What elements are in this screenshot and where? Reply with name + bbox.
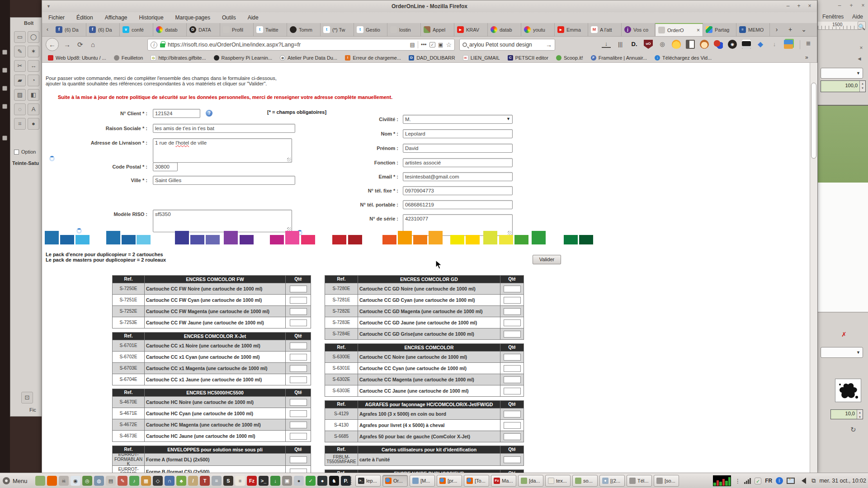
tab-gestio[interactable]: tGestio [354, 23, 387, 36]
launcher-sublime[interactable]: S [223, 476, 233, 486]
site-info-icon[interactable]: i [151, 42, 157, 48]
qty-input[interactable] [504, 297, 521, 304]
qty-input[interactable] [504, 286, 521, 292]
tab-overflow-icon[interactable]: › [770, 23, 783, 36]
tab-memo[interactable]: ≡MEMO [736, 23, 770, 36]
launcher-terminal[interactable]: >_ [259, 476, 269, 486]
qty-input[interactable] [504, 433, 521, 440]
reader-mode-icon[interactable]: ▤ [410, 42, 415, 48]
dock-icon[interactable] [2, 68, 7, 73]
scrollbar-thumb[interactable] [811, 83, 816, 159]
launcher-box[interactable] [35, 476, 45, 486]
tab-list-dropdown-icon[interactable]: ⌄ [797, 23, 811, 36]
launcher-updater[interactable]: ↓ [270, 476, 280, 486]
gimp-dialog-close-icon[interactable]: × [858, 45, 865, 52]
bookmark-dad_dolibarr[interactable]: DDAD_DOLIBARR [409, 55, 455, 61]
screenshot-squares-icon[interactable] [784, 40, 793, 49]
tab-data[interactable]: DDATA [187, 23, 220, 36]
qty-input[interactable] [504, 308, 521, 315]
taskbar-window-or[interactable]: Or... [382, 475, 408, 487]
search-input[interactable]: arylou Petot sound design [469, 42, 543, 48]
field-n-client-[interactable]: 121524 [153, 109, 200, 118]
resize-grip-icon[interactable] [287, 158, 291, 162]
field-adresse-de-livraison-[interactable]: 1 rue de l'hotel de ville [153, 138, 292, 163]
tab-close-icon[interactable]: × [697, 27, 700, 33]
shield-check-icon[interactable]: ✓ [429, 42, 436, 47]
launcher-globe[interactable]: ◍ [94, 476, 104, 486]
back-button[interactable]: ← [46, 38, 59, 51]
search-go-icon[interactable]: → [546, 41, 552, 48]
bookmark-t-l-chargez-des-vid-[interactable]: ↓Téléchargez des Vid... [655, 55, 712, 61]
qty-input[interactable] [290, 297, 307, 304]
tab-emma[interactable]: ▶Emma [555, 23, 588, 36]
launcher-skull[interactable]: ☠ [59, 476, 69, 486]
validate-button[interactable]: Valider [533, 255, 561, 264]
gimp-tool-icon[interactable]: ✂ [14, 60, 26, 72]
new-tab-button[interactable]: + [783, 23, 797, 36]
menu-item-historique[interactable]: Historique [139, 14, 164, 21]
gimp-brush-dropdown[interactable]: ▼ [821, 347, 863, 358]
colorzilla-spheres-icon[interactable] [714, 40, 723, 49]
launcher-music[interactable]: ♪ [129, 476, 139, 486]
qty-input[interactable] [290, 308, 307, 315]
taskbar-window-so[interactable]: so... [572, 475, 598, 487]
tab-scroll-left-icon[interactable]: ‹ [42, 23, 53, 36]
taskbar-window-da[interactable]: [da... [518, 475, 543, 487]
keyboard-layout-indicator[interactable]: FR [765, 478, 772, 484]
gimp-menu-fenetres[interactable]: Fenêtres [822, 14, 844, 20]
gimp-close-button[interactable]: × [859, 3, 867, 9]
gimp-refresh-icon[interactable]: ↻ [850, 426, 856, 434]
field-modèle-riso-[interactable]: sf5350 [153, 210, 292, 232]
tab-lostin[interactable]: lostin [387, 23, 421, 36]
launcher-quill[interactable]: / [188, 476, 198, 486]
taskbar-window-lep[interactable]: >_lep... [355, 475, 381, 487]
qty-input[interactable] [504, 422, 521, 429]
forward-button[interactable]: → [64, 41, 71, 48]
tab--6-da[interactable]: f(6) Da [86, 23, 120, 36]
launcher-darkball[interactable]: ● [317, 476, 327, 486]
launcher-unity[interactable]: ◇ [153, 476, 163, 486]
menu-item-affichage[interactable]: Affichage [105, 14, 127, 21]
field-n-tél-portable-[interactable]: 0686861219 [403, 200, 513, 209]
sidebar-toggle-icon[interactable] [686, 40, 695, 49]
gimp-dropdown[interactable]: ▼ [821, 68, 863, 79]
gimp-size-spinbox[interactable]: 10,0 ▲▼ [830, 409, 863, 419]
gimp-tool-icon[interactable]: ◯ [28, 31, 39, 43]
launcher-checkmark[interactable]: ✓ [306, 476, 316, 486]
qty-input[interactable] [290, 399, 307, 406]
gimp-dialog-collapse-icon[interactable]: ◄ [856, 56, 863, 62]
qty-input[interactable] [290, 410, 307, 417]
bookmark-star-icon[interactable]: ☆ [446, 41, 452, 48]
gimp-tool-icon[interactable]: ✶ [28, 46, 39, 57]
bookmark-framalibre-annuair-[interactable]: FFramalibre | Annuair... [591, 55, 647, 61]
tab-vos-co[interactable]: jVos co [622, 23, 655, 36]
launcher-calculator[interactable]: = [212, 476, 222, 486]
launcher-package[interactable]: ▣ [282, 476, 292, 486]
gimp-dock-panel[interactable]: Fenêtres Aide – + × 1500 🔍 × ◄ ▼ 100,0 ▲… [817, 0, 868, 473]
tab--tw[interactable]: t(*) Tw [321, 23, 354, 36]
launcher-sphere[interactable]: ● [294, 476, 304, 486]
field-raison-sociale-[interactable]: les amis de t'es in t'es bat [153, 124, 295, 133]
maximize-button[interactable]: + [794, 3, 803, 10]
tab-krav[interactable]: ▶KRAV [454, 23, 488, 36]
clock[interactable]: mer. 31 oct., 10:02 [819, 478, 866, 484]
framadiamond-icon[interactable]: ◆ [756, 40, 765, 49]
gimp-tool-icon[interactable]: ↔ [28, 60, 39, 72]
qty-input[interactable] [290, 354, 307, 361]
taskbar-window-tl[interactable]: Tél... [627, 475, 652, 487]
tab-datab[interactable]: datab [488, 23, 521, 36]
bluetooth-icon[interactable]: ᛒ [776, 477, 783, 484]
field-civilité-[interactable]: M.▼ [403, 115, 513, 124]
launcher-pdark[interactable]: P. [341, 476, 351, 486]
gimp-delete-icon[interactable]: ✗ [841, 331, 847, 338]
library-icon[interactable]: ||| [616, 40, 625, 49]
qty-input[interactable] [504, 376, 521, 383]
tab-ordero[interactable]: OrderO× [655, 23, 703, 36]
applications-menu-button[interactable]: Menu [3, 475, 28, 486]
launcher-vinyl[interactable]: ◎ [82, 476, 92, 486]
adblock-target-icon[interactable]: ◎ [658, 40, 667, 49]
save-page-floppy-icon[interactable] [742, 40, 751, 49]
field-nom-[interactable]: Lepolard [403, 129, 513, 138]
tab--6-da[interactable]: f(6) Da [53, 23, 86, 36]
hamburger-menu-icon[interactable]: ≡ [806, 39, 811, 48]
